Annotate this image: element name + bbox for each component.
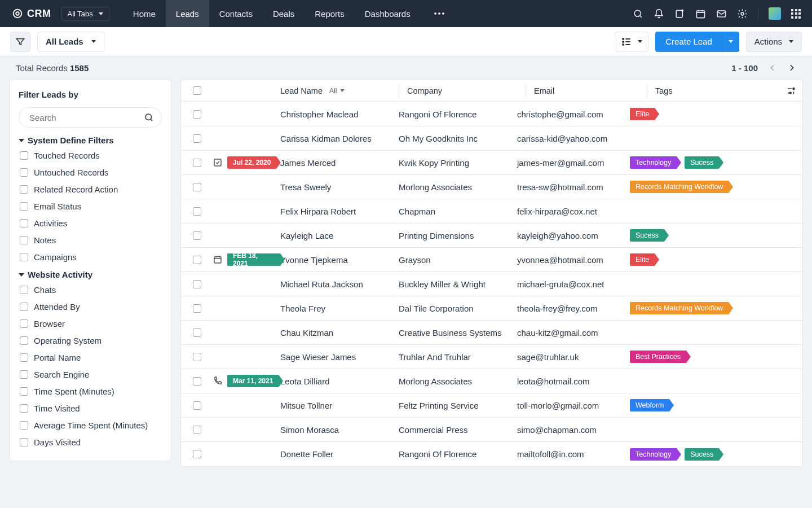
checkbox[interactable] (20, 168, 28, 177)
filter-item[interactable]: Email Status (20, 202, 162, 211)
row-checkbox[interactable] (193, 377, 201, 386)
filter-search-input[interactable] (19, 107, 162, 128)
table-row[interactable]: Donette FollerRangoni Of Florencemailtof… (181, 442, 802, 466)
table-row[interactable]: Tresa SweelyMorlong Associatestresa-sw@h… (181, 175, 802, 199)
chevron-left-icon[interactable] (768, 63, 777, 72)
add-note-icon[interactable] (674, 8, 685, 19)
bell-icon[interactable] (654, 8, 664, 19)
checkbox[interactable] (20, 353, 28, 362)
filter-item[interactable]: Activities (20, 218, 162, 228)
columns-config-icon[interactable] (786, 86, 796, 96)
list-view-toggle[interactable] (615, 32, 648, 52)
checkbox[interactable] (20, 370, 28, 379)
row-checkbox[interactable] (193, 134, 201, 143)
nav-item-leads[interactable]: Leads (166, 0, 209, 27)
filter-item-label: Average Time Spent (Minutes) (34, 421, 148, 430)
checkbox[interactable] (20, 185, 28, 194)
filter-item[interactable]: Attended By (20, 302, 162, 312)
table-row[interactable]: Chau KitzmanCreative Business Systemscha… (181, 321, 802, 345)
row-checkbox[interactable] (193, 231, 201, 240)
table-row[interactable]: Kayleigh LacePrinting Dimensionskayleigh… (181, 224, 802, 248)
table-row[interactable]: Mar 11, 2021Leota DilliardMorlong Associ… (181, 369, 802, 393)
filter-item[interactable]: Related Record Action (20, 185, 162, 194)
checkbox[interactable] (20, 438, 28, 446)
checkbox[interactable] (20, 319, 28, 328)
checkbox[interactable] (20, 336, 28, 345)
header-name[interactable]: Lead Name (280, 86, 323, 95)
checkbox[interactable] (20, 253, 28, 261)
filter-group-header[interactable]: System Define Filters (19, 135, 162, 145)
filter-item[interactable]: Time Visited (20, 404, 162, 413)
filter-item[interactable]: Time Spent (Minutes) (20, 387, 162, 396)
nav-more[interactable] (426, 12, 452, 15)
checkbox[interactable] (20, 404, 28, 413)
name-filter-dropdown[interactable]: All (329, 87, 345, 95)
row-checkbox[interactable] (193, 401, 201, 410)
filter-item[interactable]: Days Visited (20, 437, 162, 447)
nav-item-reports[interactable]: Reports (304, 0, 355, 27)
filter-item[interactable]: Untouched Records (20, 168, 162, 177)
table-row[interactable]: Jul 22, 2020James MercedKwik Kopy Printi… (181, 151, 802, 175)
calendar-icon[interactable] (695, 8, 706, 19)
row-checkbox[interactable] (193, 426, 201, 434)
row-checkbox[interactable] (193, 450, 201, 458)
header-tags[interactable]: Tags (655, 86, 673, 95)
table-row[interactable]: Sage Wieser JamesTruhlar And Truhlarsage… (181, 345, 802, 369)
filter-item[interactable]: Chats (20, 285, 162, 295)
filter-item[interactable]: Average Time Spent (Minutes) (20, 421, 162, 430)
chevron-right-icon[interactable] (787, 63, 796, 72)
nav-item-home[interactable]: Home (123, 0, 166, 27)
table-row[interactable]: Michael Ruta JacksonBuckley Miller & Wri… (181, 272, 802, 296)
filter-group-header[interactable]: Website Activity (19, 270, 162, 279)
table-row[interactable]: FEB 18, 2021Yvonne TjepkemaGraysonyvonne… (181, 248, 802, 272)
tabs-dropdown[interactable]: All Tabs (61, 7, 109, 21)
row-checkbox[interactable] (193, 183, 201, 191)
table-row[interactable]: Christopher MacleadRangoni Of Florencech… (181, 102, 802, 126)
table-row[interactable]: Theola FreyDal Tile Corporationtheola-fr… (181, 296, 802, 321)
table-row[interactable]: Felix Hirpara RobertChapmanfelix-hirpara… (181, 199, 802, 224)
create-lead-dropdown[interactable] (722, 32, 739, 52)
checkbox[interactable] (20, 151, 28, 160)
row-checkbox[interactable] (193, 207, 201, 216)
filter-item[interactable]: Notes (20, 235, 162, 245)
checkbox[interactable] (20, 236, 28, 244)
nav-item-dashboards[interactable]: Dashboards (355, 0, 421, 27)
view-selector[interactable]: All Leads (37, 32, 104, 52)
filter-item[interactable]: Search Engine (20, 370, 162, 379)
gear-icon[interactable] (737, 8, 748, 19)
filter-item[interactable]: Portal Name (20, 353, 162, 362)
select-all-checkbox[interactable] (193, 86, 201, 95)
checkbox[interactable] (20, 421, 28, 430)
filter-icon-button[interactable] (10, 32, 30, 52)
row-checkbox[interactable] (193, 159, 201, 167)
table-row[interactable]: Simon MorascaCommercial Presssimo@chapma… (181, 418, 802, 442)
filter-item[interactable]: Browser (20, 319, 162, 329)
apps-icon[interactable] (791, 9, 801, 19)
filter-item[interactable]: Campaigns (20, 252, 162, 262)
checkbox[interactable] (20, 303, 28, 311)
create-lead-button[interactable]: Create Lead (655, 32, 722, 52)
row-checkbox[interactable] (193, 304, 201, 313)
filter-item[interactable]: Operating System (20, 336, 162, 345)
avatar[interactable] (769, 7, 781, 20)
nav-item-deals[interactable]: Deals (263, 0, 304, 27)
row-checkbox[interactable] (193, 280, 201, 288)
row-checkbox[interactable] (193, 329, 201, 337)
checkbox[interactable] (20, 286, 28, 294)
header-company[interactable]: Company (407, 86, 442, 95)
checkbox[interactable] (20, 219, 28, 227)
actions-button[interactable]: Actions (746, 32, 802, 52)
table-row[interactable]: Mitsue TollnerFeltz Printing Servicetoll… (181, 393, 802, 418)
brand-logo[interactable]: CRM (11, 7, 51, 20)
filter-item[interactable]: Touched Records (20, 151, 162, 160)
row-checkbox[interactable] (193, 110, 201, 119)
table-row[interactable]: Carissa Kidman DoloresOh My Goodknits In… (181, 126, 802, 151)
search-icon[interactable] (633, 8, 643, 19)
row-checkbox[interactable] (193, 353, 201, 361)
checkbox[interactable] (20, 387, 28, 396)
mail-icon[interactable] (716, 8, 727, 19)
checkbox[interactable] (20, 202, 28, 211)
header-email[interactable]: Email (534, 86, 554, 95)
nav-item-contacts[interactable]: Contacts (209, 0, 263, 27)
row-checkbox[interactable] (193, 256, 201, 264)
